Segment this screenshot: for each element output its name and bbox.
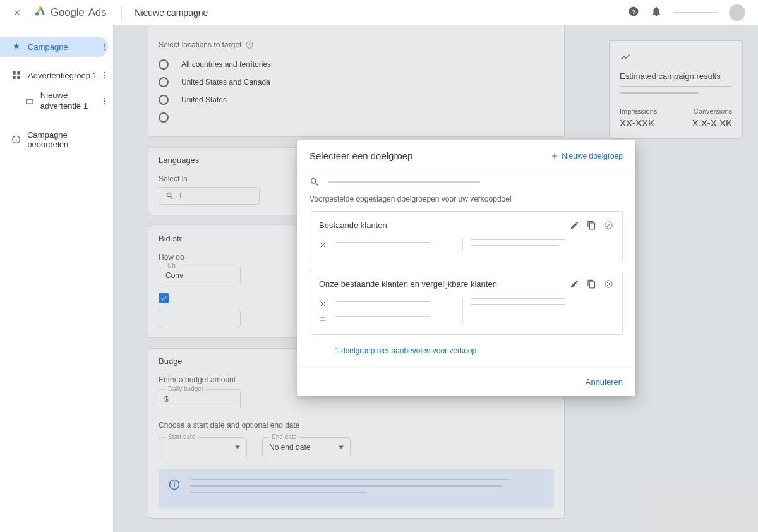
svg-point-15 xyxy=(104,100,105,102)
modal-search[interactable] xyxy=(297,169,635,195)
audience-card-0[interactable]: Bestaande klanten xyxy=(310,211,623,262)
svg-point-16 xyxy=(104,103,105,104)
svg-point-3 xyxy=(104,44,105,45)
avatar[interactable] xyxy=(729,4,745,21)
copy-icon[interactable] xyxy=(587,221,596,230)
cancel-button[interactable]: Annuleren xyxy=(586,377,623,387)
search-placeholder xyxy=(328,181,480,183)
sidebar-new-ad-label: Nieuwe advertentie 1 xyxy=(40,90,107,112)
svg-text:?: ? xyxy=(632,8,635,15)
sliders-icon xyxy=(319,315,327,323)
logo-text-ads: Ads xyxy=(88,6,107,19)
google-ads-logo[interactable]: Google Ads xyxy=(34,4,106,20)
sidebar-review-label: Campagne beoordelen xyxy=(27,130,107,149)
svg-rect-6 xyxy=(13,71,16,75)
sidebar-campaign-label: Campagne xyxy=(28,42,68,52)
sidebar-item-adgroup[interactable]: Advertentiegroep 1 xyxy=(0,65,113,85)
svg-rect-7 xyxy=(17,71,20,75)
ad-icon xyxy=(25,96,34,106)
svg-rect-13 xyxy=(27,99,33,104)
new-audience-button[interactable]: Nieuwe doelgroep xyxy=(550,152,623,160)
search-icon xyxy=(310,177,320,187)
topbar: Google Ads Nieuwe campagne ? xyxy=(0,0,758,25)
more-icon[interactable] xyxy=(100,97,109,106)
sidebar-item-review[interactable]: Campagne beoordelen xyxy=(0,125,113,154)
topbar-divider xyxy=(121,6,122,20)
svg-point-5 xyxy=(104,49,105,50)
modal-suggested-label: Voorgestelde opgeslagen doelgroepen voor… xyxy=(297,195,635,211)
edit-icon[interactable] xyxy=(570,221,579,230)
delete-icon[interactable] xyxy=(604,279,613,289)
page-title: Nieuwe campagne xyxy=(135,8,208,18)
cross-icon xyxy=(319,300,327,308)
copy-icon[interactable] xyxy=(587,279,596,289)
svg-rect-9 xyxy=(17,76,20,79)
not-recommended-link[interactable]: 1 doelgroep niet aanbevolen voor verkoop xyxy=(297,342,635,366)
notifications-icon[interactable] xyxy=(651,6,662,20)
logo-text-google: Google xyxy=(51,6,85,19)
help-icon[interactable]: ? xyxy=(628,6,639,20)
svg-point-11 xyxy=(104,75,105,76)
sidebar-item-new-ad[interactable]: Nieuwe advertentie 1 xyxy=(0,85,113,117)
audience-card-1[interactable]: Onze bestaande klanten en vergelijkbare … xyxy=(310,270,623,335)
campaign-icon xyxy=(11,42,21,52)
sidebar-item-campaign[interactable]: Campagne xyxy=(0,37,108,57)
cross-icon xyxy=(319,241,327,249)
audience-modal: Selecteer een doelgroep Nieuwe doelgroep… xyxy=(297,140,635,396)
more-icon[interactable] xyxy=(100,42,109,51)
modal-title: Selecteer een doelgroep xyxy=(310,150,412,161)
grid-icon xyxy=(11,70,21,80)
audience-title: Bestaande klanten xyxy=(319,221,387,230)
svg-rect-8 xyxy=(13,76,16,79)
svg-point-19 xyxy=(16,137,17,138)
svg-rect-18 xyxy=(16,139,16,142)
account-placeholder xyxy=(673,12,718,13)
more-icon[interactable] xyxy=(100,71,109,80)
svg-point-14 xyxy=(104,98,105,99)
svg-point-0 xyxy=(35,12,39,15)
delete-icon[interactable] xyxy=(604,221,613,230)
svg-point-4 xyxy=(104,46,105,47)
svg-point-12 xyxy=(104,77,105,78)
sidebar: Campagne Advertentiegroep 1 Nieuwe adver… xyxy=(0,25,114,532)
ads-logo-icon xyxy=(34,4,47,20)
sidebar-adgroup-label: Advertentiegroep 1 xyxy=(28,71,97,80)
svg-point-10 xyxy=(104,72,105,73)
plus-icon xyxy=(550,152,559,160)
edit-icon[interactable] xyxy=(570,279,579,289)
info-icon xyxy=(11,135,21,145)
audience-title: Onze bestaande klanten en vergelijkbare … xyxy=(319,279,497,289)
close-icon[interactable] xyxy=(13,8,21,17)
